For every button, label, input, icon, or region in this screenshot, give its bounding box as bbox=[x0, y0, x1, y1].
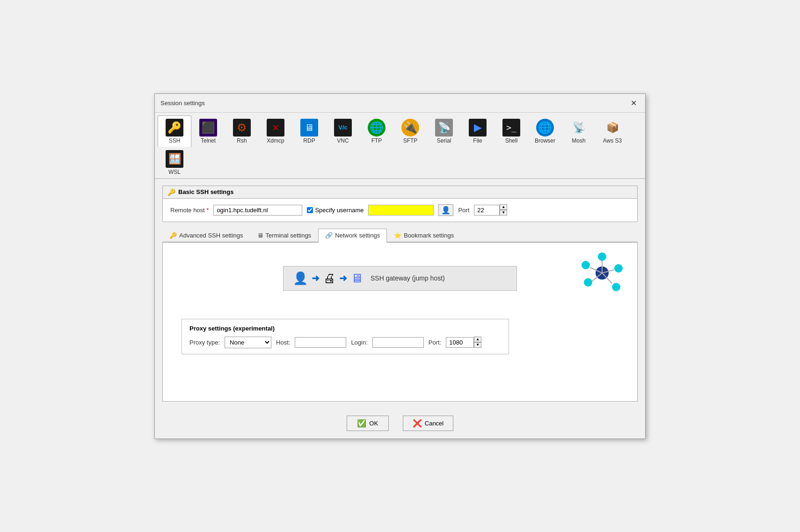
basic-ssh-icon: 🔑 bbox=[167, 188, 175, 196]
tab-bookmark[interactable]: ⭐ Bookmark settings bbox=[387, 229, 461, 242]
specify-username-checkbox-label[interactable]: Specify username bbox=[307, 207, 364, 214]
remote-host-label: Remote host * bbox=[170, 207, 209, 214]
tab-xdmcp[interactable]: ✕ Xdmcp bbox=[259, 115, 292, 147]
tab-sftp[interactable]: 🔌 SFTP bbox=[393, 115, 427, 147]
tab-ssh[interactable]: 🔑 SSH bbox=[158, 115, 191, 148]
tab-telnet-label: Telnet bbox=[201, 137, 216, 144]
tab-vnc[interactable]: V/c VNC bbox=[326, 115, 360, 147]
proxy-port-down[interactable]: ▼ bbox=[474, 342, 481, 348]
tab-serial-label: Serial bbox=[437, 137, 451, 144]
ssh-gateway-button[interactable]: 👤 ➜ 🖨 ➜ 🖥 SSH gateway (jump host) bbox=[283, 266, 517, 291]
tab-network-label: Network settings bbox=[335, 232, 380, 239]
gateway-arrow2: ➜ bbox=[339, 273, 347, 284]
shell-icon: >_ bbox=[502, 119, 520, 137]
tab-advanced-ssh[interactable]: 🔑 Advanced SSH settings bbox=[162, 229, 250, 242]
tab-network[interactable]: 🔗 Network settings bbox=[318, 229, 387, 243]
tab-sftp-label: SFTP bbox=[403, 137, 418, 144]
gateway-arrow1: ➜ bbox=[312, 273, 320, 284]
ssh-icon: 🔑 bbox=[166, 119, 183, 137]
cancel-button[interactable]: ❌ Cancel bbox=[403, 416, 453, 431]
terminal-icon: 🖥 bbox=[257, 232, 263, 239]
svg-point-1 bbox=[598, 252, 606, 261]
close-button[interactable]: ✕ bbox=[628, 98, 640, 108]
tab-serial[interactable]: 📡 Serial bbox=[427, 115, 461, 147]
rdp-icon: 🖥 bbox=[300, 119, 318, 137]
tab-mosh-label: Mosh bbox=[572, 137, 585, 144]
tab-ftp[interactable]: 🌐 FTP bbox=[360, 115, 393, 147]
rsh-icon: ⚙ bbox=[233, 119, 251, 137]
ok-label: OK bbox=[369, 420, 378, 427]
svg-point-3 bbox=[612, 283, 620, 291]
port-input[interactable] bbox=[474, 205, 500, 216]
specify-username-label: Specify username bbox=[315, 207, 364, 214]
settings-tabs-container: 🔑 Advanced SSH settings 🖥 Terminal setti… bbox=[162, 229, 638, 402]
username-input[interactable] bbox=[368, 205, 434, 216]
session-settings-dialog: Session settings ✕ 🔑 SSH ⬛ Telnet ⚙ Rsh … bbox=[154, 93, 646, 439]
tab-shell-label: Shell bbox=[505, 137, 518, 144]
remote-host-input[interactable] bbox=[213, 205, 302, 216]
ftp-icon: 🌐 bbox=[368, 119, 385, 137]
tab-browser-label: Browser bbox=[535, 137, 555, 144]
proxy-host-label: Host: bbox=[276, 339, 290, 346]
gateway-user-icon: 👤 bbox=[293, 271, 308, 286]
footer: ✅ OK ❌ Cancel bbox=[155, 408, 645, 439]
proxy-login-input[interactable] bbox=[372, 337, 424, 348]
tab-ftp-label: FTP bbox=[371, 137, 382, 144]
proxy-section: Proxy settings (experimental) Proxy type… bbox=[182, 319, 509, 354]
proxy-type-select[interactable]: None HTTP SOCKS4 SOCKS5 bbox=[225, 337, 271, 348]
proxy-port-spinner: ▲ ▼ bbox=[474, 337, 481, 347]
main-content: 🔑 Basic SSH settings Remote host * Speci… bbox=[155, 179, 645, 408]
proxy-port-input[interactable] bbox=[446, 337, 474, 348]
proxy-host-input[interactable] bbox=[295, 337, 346, 348]
proxy-login-label: Login: bbox=[351, 339, 367, 346]
tab-file[interactable]: ▶ File bbox=[461, 115, 495, 147]
tab-telnet[interactable]: ⬛ Telnet bbox=[191, 115, 225, 147]
gateway-server-icon: 🖥 bbox=[351, 271, 363, 286]
tab-rdp-label: RDP bbox=[303, 137, 315, 144]
svg-point-5 bbox=[582, 261, 590, 269]
gateway-label: SSH gateway (jump host) bbox=[371, 274, 445, 282]
svg-point-2 bbox=[614, 264, 623, 273]
dialog-title: Session settings bbox=[160, 100, 205, 107]
tab-terminal[interactable]: 🖥 Terminal settings bbox=[250, 229, 319, 242]
basic-ssh-title: Basic SSH settings bbox=[178, 188, 234, 195]
ok-button[interactable]: ✅ OK bbox=[347, 416, 389, 431]
network-settings-panel: 👤 ➜ 🖨 ➜ 🖥 SSH gateway (jump host) Proxy … bbox=[162, 243, 638, 402]
tab-vnc-label: VNC bbox=[337, 137, 349, 144]
tab-rsh[interactable]: ⚙ Rsh bbox=[225, 115, 259, 147]
network-icon: 🔗 bbox=[325, 232, 333, 239]
cancel-icon: ❌ bbox=[413, 419, 422, 428]
ok-icon: ✅ bbox=[357, 419, 366, 428]
svg-point-4 bbox=[584, 278, 592, 287]
tab-xdmcp-label: Xdmcp bbox=[267, 137, 284, 144]
tab-wsl[interactable]: 🪟 WSL bbox=[158, 147, 191, 178]
proxy-port-up[interactable]: ▲ bbox=[474, 337, 481, 342]
protocol-tabs: 🔑 SSH ⬛ Telnet ⚙ Rsh ✕ Xdmcp 🖥 RDP V/c V… bbox=[155, 113, 645, 179]
tab-browser[interactable]: 🌐 Browser bbox=[528, 115, 562, 147]
port-up-button[interactable]: ▲ bbox=[500, 204, 507, 210]
specify-username-checkbox[interactable] bbox=[307, 207, 313, 213]
wsl-icon: 🪟 bbox=[166, 150, 183, 168]
awss3-icon: 📦 bbox=[604, 119, 621, 137]
tab-shell[interactable]: >_ Shell bbox=[495, 115, 528, 147]
sftp-icon: 🔌 bbox=[401, 119, 419, 137]
tab-rsh-label: Rsh bbox=[237, 137, 247, 144]
port-down-button[interactable]: ▼ bbox=[500, 210, 507, 216]
gateway-area: 👤 ➜ 🖨 ➜ 🖥 SSH gateway (jump host) bbox=[172, 257, 628, 305]
user-browse-button[interactable]: 👤 bbox=[438, 204, 453, 216]
tab-mosh[interactable]: 📡 Mosh bbox=[562, 115, 596, 147]
tab-terminal-label: Terminal settings bbox=[266, 232, 312, 239]
tab-rdp[interactable]: 🖥 RDP bbox=[292, 115, 326, 147]
gateway-router-icon: 🖨 bbox=[323, 271, 335, 286]
tab-wsl-label: WSL bbox=[168, 169, 181, 175]
telnet-icon: ⬛ bbox=[199, 119, 217, 137]
xdmcp-icon: ✕ bbox=[267, 119, 284, 137]
vnc-icon: V/c bbox=[334, 119, 352, 137]
tab-awss3[interactable]: 📦 Aws S3 bbox=[596, 115, 629, 147]
basic-ssh-panel: 🔑 Basic SSH settings Remote host * Speci… bbox=[162, 186, 638, 222]
proxy-port-label: Port: bbox=[429, 339, 441, 346]
port-spinner: ▲ ▼ bbox=[500, 204, 507, 215]
proxy-section-title: Proxy settings (experimental) bbox=[189, 325, 501, 332]
file-icon: ▶ bbox=[469, 119, 487, 137]
proxy-row: Proxy type: None HTTP SOCKS4 SOCKS5 Host… bbox=[189, 337, 501, 348]
